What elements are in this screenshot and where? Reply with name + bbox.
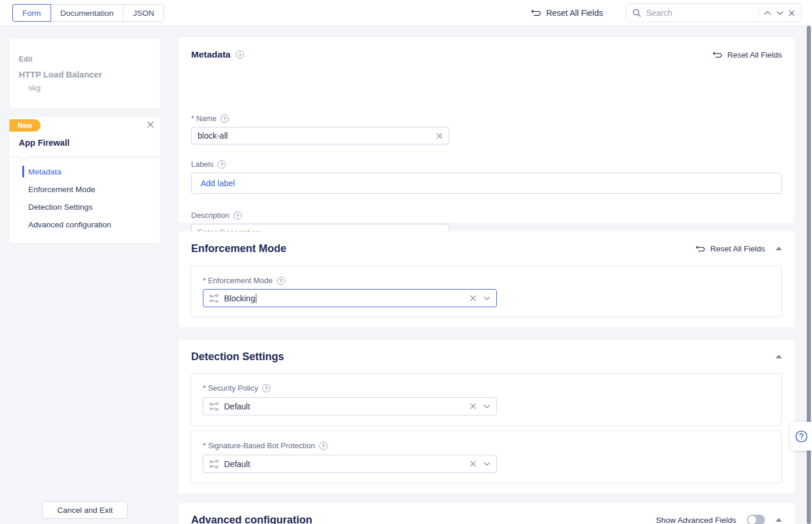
sidebar-item-enforcement-mode[interactable]: Enforcement Mode xyxy=(9,180,160,198)
chevron-up-icon[interactable] xyxy=(764,11,771,15)
collapse-section-icon[interactable] xyxy=(776,355,782,359)
security-policy-select[interactable]: Default xyxy=(203,397,497,415)
clear-icon[interactable] xyxy=(470,461,476,467)
show-advanced-fields-label: Show Advanced Fields xyxy=(656,516,736,524)
reset-label: Reset All Fields xyxy=(727,51,782,59)
enforcement-section-title: Enforcement Mode xyxy=(191,243,286,255)
security-policy-field-label: * Security Policy xyxy=(203,384,258,392)
bot-protection-value: Default xyxy=(224,459,250,469)
chevron-down-icon[interactable] xyxy=(483,462,490,466)
metadata-reset-all-fields-button[interactable]: Reset All Fields xyxy=(713,51,782,59)
search-box xyxy=(626,4,801,22)
detection-section-title: Detection Settings xyxy=(191,351,284,363)
clear-icon[interactable] xyxy=(436,133,443,139)
advanced-configuration-section-card: Advanced configuration Show Advanced Fie… xyxy=(179,503,794,524)
description-field-label: Description xyxy=(191,211,229,220)
advanced-section-title: Advanced configuration xyxy=(191,514,312,524)
context-subtitle: skg xyxy=(28,83,151,92)
panel-divider-notch xyxy=(20,153,28,161)
search-icon xyxy=(632,8,641,18)
reset-icon xyxy=(696,245,706,253)
sidebar-item-metadata[interactable]: Metadata xyxy=(9,163,160,180)
detection-settings-section-card: Detection Settings * Security Policy Def… xyxy=(179,340,794,493)
tab-documentation[interactable]: Documentation xyxy=(51,4,124,22)
enforcement-mode-field-label: * Enforcement Mode xyxy=(203,276,273,285)
view-tab-group: Form Documentation JSON xyxy=(12,4,164,22)
labels-field-label: Labels xyxy=(191,160,213,169)
clear-icon[interactable] xyxy=(470,403,476,409)
reference-icon xyxy=(209,294,219,303)
app-firewall-panel: New App Firewall Metadata Enforcement Mo… xyxy=(9,117,160,243)
help-icon[interactable] xyxy=(236,51,244,59)
reset-icon xyxy=(531,9,542,17)
bot-protection-subcard: * Signature-Based Bot Protection Default xyxy=(191,431,782,483)
reference-icon xyxy=(209,402,219,411)
help-icon[interactable] xyxy=(220,115,229,123)
new-badge: New xyxy=(9,119,41,132)
panel-divider xyxy=(9,157,160,157)
enforcement-reset-all-fields-button[interactable]: Reset All Fields xyxy=(696,244,765,253)
help-icon[interactable] xyxy=(233,211,242,220)
reset-all-fields-button[interactable]: Reset All Fields xyxy=(531,6,603,19)
security-policy-subcard: * Security Policy Default xyxy=(191,373,782,426)
bot-protection-field-label: * Signature-Based Bot Protection xyxy=(203,441,315,450)
metadata-section-title: Metadata xyxy=(191,49,230,60)
top-toolbar: Form Documentation JSON Reset All Fields xyxy=(0,0,812,26)
help-fab-button[interactable] xyxy=(790,422,812,451)
enforcement-subcard: * Enforcement Mode Blocking xyxy=(191,266,782,317)
enforcement-mode-select[interactable]: Blocking xyxy=(203,289,497,307)
chevron-down-icon[interactable] xyxy=(776,11,784,15)
reset-all-fields-label: Reset All Fields xyxy=(546,8,603,18)
labels-box: Add label xyxy=(191,173,782,194)
name-field-label: * Name xyxy=(191,114,216,123)
name-input-wrap xyxy=(191,127,449,145)
chevron-down-icon[interactable] xyxy=(483,404,490,409)
cancel-and-exit-button[interactable]: Cancel and Exit xyxy=(42,501,128,519)
section-nav: Metadata Enforcement Mode Detection Sett… xyxy=(9,163,160,233)
search-input[interactable] xyxy=(646,8,754,18)
enforcement-mode-section-card: Enforcement Mode Reset All Fields * Enfo… xyxy=(179,231,794,327)
question-circle-icon xyxy=(795,430,808,443)
name-input[interactable] xyxy=(198,131,436,140)
help-icon[interactable] xyxy=(277,277,285,285)
reference-icon xyxy=(209,459,219,469)
reset-icon xyxy=(713,51,723,59)
edit-context-card: Edit HTTP Load Balancer skg xyxy=(9,39,160,108)
collapse-section-icon[interactable] xyxy=(776,518,782,522)
bot-protection-select[interactable]: Default xyxy=(203,455,497,473)
help-icon[interactable] xyxy=(262,384,270,392)
help-icon[interactable] xyxy=(319,442,328,450)
tab-json[interactable]: JSON xyxy=(123,4,164,22)
chevron-down-icon[interactable] xyxy=(483,296,490,301)
collapse-section-icon[interactable] xyxy=(776,247,782,251)
close-icon[interactable] xyxy=(147,121,154,128)
panel-title: App Firewall xyxy=(19,138,69,147)
help-icon[interactable] xyxy=(218,160,226,169)
enforcement-mode-value: Blocking xyxy=(224,294,255,303)
context-title: HTTP Load Balancer xyxy=(19,70,151,79)
security-policy-value: Default xyxy=(224,402,250,411)
sidebar-item-advanced-configuration[interactable]: Advanced configuration xyxy=(9,216,160,233)
add-label-button[interactable]: Add label xyxy=(201,179,235,188)
toggle-knob xyxy=(748,516,756,524)
clear-icon[interactable] xyxy=(470,295,476,301)
reset-label: Reset All Fields xyxy=(710,244,765,253)
metadata-section-card: Metadata Reset All Fields * Name Labels … xyxy=(179,38,794,223)
close-icon[interactable] xyxy=(788,10,795,16)
sidebar-item-detection-settings[interactable]: Detection Settings xyxy=(9,198,160,216)
context-kicker: Edit xyxy=(19,55,151,63)
text-cursor xyxy=(256,294,256,303)
search-divider xyxy=(758,8,759,18)
show-advanced-fields-toggle[interactable] xyxy=(747,515,765,524)
tab-form[interactable]: Form xyxy=(12,4,51,22)
